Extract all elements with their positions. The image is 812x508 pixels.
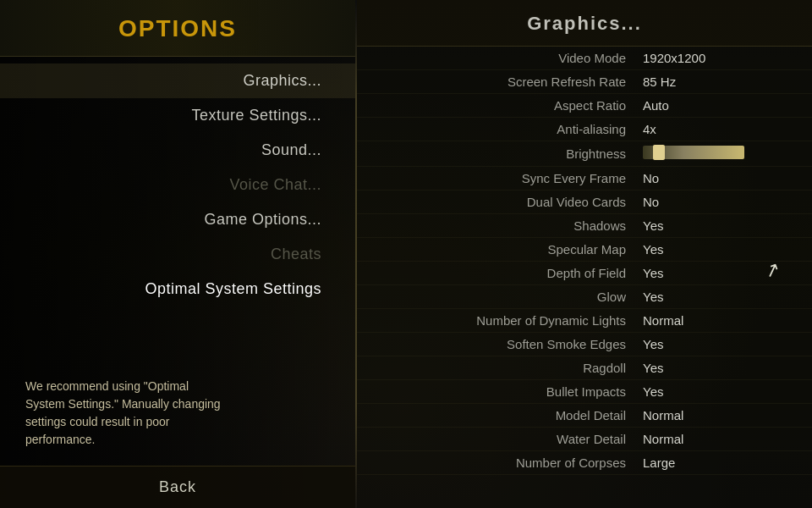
setting-label: Aspect Ratio bbox=[374, 98, 643, 113]
nav-menu: Graphics...Texture Settings...Sound...Vo… bbox=[0, 57, 355, 361]
recommendation-text: We recommend using "Optimal System Setti… bbox=[0, 361, 254, 466]
setting-value[interactable]: Yes bbox=[643, 242, 795, 257]
graphics-title: Graphics... bbox=[357, 0, 812, 47]
setting-row[interactable]: Water DetailNormal bbox=[357, 428, 812, 451]
setting-label: Screen Refresh Rate bbox=[374, 75, 643, 89]
setting-value[interactable]: Auto bbox=[643, 98, 795, 113]
setting-label: Soften Smoke Edges bbox=[374, 337, 643, 351]
setting-row[interactable]: Screen Refresh Rate85 Hz bbox=[357, 70, 812, 94]
setting-row[interactable]: Depth of FieldYes bbox=[357, 262, 812, 285]
settings-list: Video Mode1920x1200Screen Refresh Rate85… bbox=[357, 47, 812, 508]
options-title: Options bbox=[0, 0, 355, 57]
setting-row[interactable]: Sync Every FrameNo bbox=[357, 167, 812, 190]
setting-value[interactable]: Yes bbox=[643, 218, 795, 233]
setting-value[interactable]: Normal bbox=[643, 432, 795, 446]
setting-value[interactable]: No bbox=[643, 195, 795, 209]
setting-row[interactable]: Model DetailNormal bbox=[357, 404, 812, 428]
setting-value[interactable]: 85 Hz bbox=[643, 75, 795, 89]
nav-item-optimal[interactable]: Optimal System Settings bbox=[0, 272, 355, 306]
setting-label: Video Mode bbox=[374, 51, 643, 65]
setting-value[interactable]: 4x bbox=[643, 122, 795, 136]
nav-item-texture[interactable]: Texture Settings... bbox=[0, 98, 355, 133]
setting-value[interactable]: Large bbox=[643, 456, 795, 470]
setting-row[interactable]: ShadowsYes bbox=[357, 214, 812, 238]
setting-row[interactable]: Anti-aliasing4x bbox=[357, 118, 812, 141]
setting-value[interactable]: Yes bbox=[643, 337, 795, 351]
setting-label: Bullet Impacts bbox=[374, 384, 643, 399]
brightness-handle bbox=[653, 145, 665, 160]
setting-label: Water Detail bbox=[374, 432, 643, 446]
setting-row[interactable]: Specular MapYes bbox=[357, 238, 812, 262]
left-panel: Options Graphics...Texture Settings...So… bbox=[0, 0, 355, 508]
nav-item-cheats: Cheats bbox=[0, 237, 355, 272]
setting-row[interactable]: Dual Video CardsNo bbox=[357, 190, 812, 214]
setting-value[interactable]: No bbox=[643, 171, 795, 185]
setting-label: Anti-aliasing bbox=[374, 122, 643, 136]
setting-row[interactable]: Number of Dynamic LightsNormal bbox=[357, 309, 812, 333]
setting-row[interactable]: Soften Smoke EdgesYes bbox=[357, 333, 812, 356]
setting-value[interactable] bbox=[643, 146, 795, 162]
setting-row[interactable]: GlowYes bbox=[357, 285, 812, 309]
setting-value[interactable]: Normal bbox=[643, 408, 795, 422]
setting-row[interactable]: Video Mode1920x1200 bbox=[357, 47, 812, 70]
setting-label: Shadows bbox=[374, 218, 643, 233]
setting-value[interactable]: Normal bbox=[643, 313, 795, 328]
setting-label: Depth of Field bbox=[374, 266, 643, 280]
setting-value[interactable]: Yes bbox=[643, 290, 795, 304]
right-panel: Graphics... Video Mode1920x1200Screen Re… bbox=[357, 0, 812, 508]
setting-label: Glow bbox=[374, 290, 643, 304]
setting-label: Specular Map bbox=[374, 242, 643, 257]
setting-value[interactable]: 1920x1200 bbox=[643, 51, 795, 65]
setting-label: Number of Dynamic Lights bbox=[374, 313, 643, 328]
back-button[interactable]: Back bbox=[142, 475, 213, 500]
setting-label: Ragdoll bbox=[374, 361, 643, 375]
nav-item-sound[interactable]: Sound... bbox=[0, 133, 355, 168]
setting-value[interactable]: Yes bbox=[643, 384, 795, 399]
setting-value[interactable]: Yes bbox=[643, 361, 795, 375]
setting-row[interactable]: RagdollYes bbox=[357, 356, 812, 380]
brightness-slider[interactable] bbox=[643, 146, 744, 159]
setting-row[interactable]: Aspect RatioAuto bbox=[357, 94, 812, 118]
nav-item-voicechat: Voice Chat... bbox=[0, 168, 355, 202]
setting-row[interactable]: Brightness bbox=[357, 141, 812, 167]
setting-label: Number of Corpses bbox=[374, 456, 643, 470]
setting-row[interactable]: Bullet ImpactsYes bbox=[357, 380, 812, 404]
setting-label: Brightness bbox=[374, 146, 643, 161]
setting-row[interactable]: Number of CorpsesLarge bbox=[357, 451, 812, 475]
setting-label: Sync Every Frame bbox=[374, 171, 643, 185]
back-button-container: Back bbox=[0, 466, 355, 508]
setting-label: Dual Video Cards bbox=[374, 195, 643, 209]
nav-item-graphics[interactable]: Graphics... bbox=[0, 64, 355, 98]
nav-item-gameoptions[interactable]: Game Options... bbox=[0, 202, 355, 237]
setting-label: Model Detail bbox=[374, 408, 643, 422]
